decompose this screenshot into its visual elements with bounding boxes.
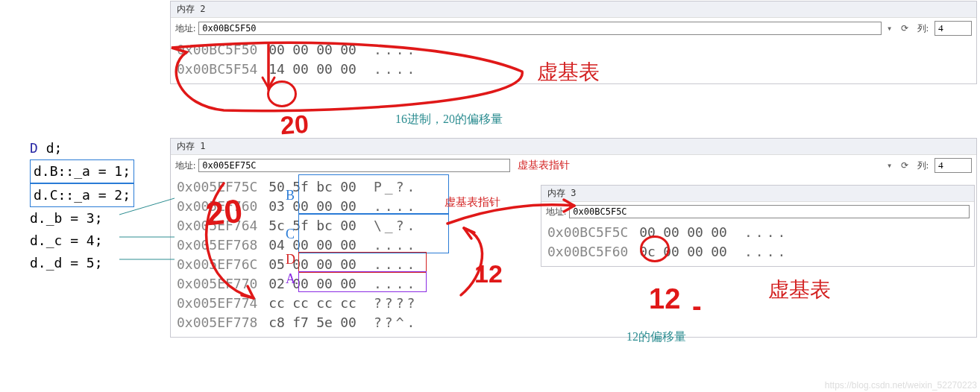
memory-3-addr-label: 地址: <box>546 206 566 218</box>
hex-bytes: 00 00 00 00 <box>635 223 731 242</box>
annotation-off12: 12的偏移量 <box>626 329 686 345</box>
code-line: d.B::_a = 1; <box>30 159 134 183</box>
hex-byte: 00 <box>289 60 312 79</box>
refresh-icon[interactable]: ⟳ <box>898 159 911 172</box>
memory-3-body: 0x00BC5F5C 00 00 00 00 .... 0x00BC5F60 0… <box>541 221 974 266</box>
memory-2-title: 内存 2 <box>171 1 976 18</box>
dropdown-icon[interactable]: ▾ <box>885 160 895 171</box>
hex-ascii: .... <box>374 60 418 79</box>
hex-byte: cc <box>289 294 312 313</box>
hex-byte: 00 <box>312 255 336 274</box>
hex-byte: 00 <box>683 242 707 262</box>
hand-20-top: 20 <box>280 110 310 141</box>
hex-byte: 00 <box>336 274 360 294</box>
hex-addr: 0x00BC5F60 <box>547 242 635 262</box>
hex-addr: 0x00BC5F5C <box>547 223 635 242</box>
dropdown-icon[interactable]: ▾ <box>885 23 895 34</box>
memory-1-col-input[interactable] <box>935 158 972 173</box>
hex-byte: 00 <box>336 313 360 332</box>
hex-byte: 00 <box>265 40 289 60</box>
hand-dash: - <box>692 291 702 323</box>
inline-annotation: 虚基表指针 <box>513 159 574 172</box>
memory-3-address-row: 地址: <box>541 202 974 221</box>
label-A: A <box>286 271 295 287</box>
label-D: D <box>286 252 295 268</box>
label-B: B <box>286 188 295 203</box>
hex-byte: 00 <box>312 40 336 60</box>
memory-3-panel: 内存 3 地址: 0x00BC5F5C 00 00 00 00 .... 0x0… <box>541 185 975 267</box>
hex-addr: 0x005EF768 <box>177 235 265 255</box>
hex-byte: 5e <box>312 313 336 332</box>
hex-ascii: .... <box>744 223 788 242</box>
hex-byte: 00 <box>336 197 360 216</box>
circle-14 <box>267 80 297 107</box>
code-line: D d; <box>30 137 134 159</box>
hex-byte: 00 <box>312 60 336 79</box>
memory-2-col-input[interactable] <box>935 21 972 36</box>
hex-bytes: 05000000 <box>265 255 360 274</box>
memory-1-col-label: 列: <box>914 159 932 172</box>
hex-addr: 0x005EF778 <box>177 313 265 332</box>
memory-1-address-row: 地址: 虚基表指针 ▾ ⟳ 列: <box>171 155 976 176</box>
memory-1-row: 0x005EF778c8f75e00??^. <box>177 313 970 332</box>
hex-addr: 0x00BC5F54 <box>177 60 265 79</box>
memory-2-addr-label: 地址: <box>175 22 195 35</box>
memory-1-addr-input[interactable] <box>198 159 510 172</box>
memory-1-addr-label: 地址: <box>175 159 195 172</box>
hex-byte: 00 <box>336 40 360 60</box>
hex-byte: 00 <box>336 177 360 197</box>
memory-3-row: 0x00BC5F60 0c 00 00 00 .... <box>547 242 968 262</box>
code-line: d.C::_a = 2; <box>30 183 134 207</box>
hex-ascii: .... <box>374 274 418 294</box>
memory-3-addr-input[interactable] <box>569 205 970 218</box>
hand-12-right: 12 <box>649 283 680 315</box>
memory-2-row: 0x00BC5F50 00 00 00 00 .... <box>177 40 970 60</box>
hex-byte: 0c <box>635 242 659 262</box>
hex-bytes: 14 00 00 00 <box>265 60 360 79</box>
hex-byte: 00 <box>683 223 707 242</box>
watermark: https://blog.csdn.net/weixin_52270223 <box>825 380 977 391</box>
hex-bytes: 505fbc00 <box>265 177 360 197</box>
memory-1-row: 0x005EF77002000000.... <box>177 274 970 294</box>
hex-byte: 00 <box>336 235 360 255</box>
hex-addr: 0x005EF770 <box>177 274 265 294</box>
hex-byte: bc <box>312 216 336 235</box>
hand-20-mid: 20 <box>204 192 245 233</box>
hex-bytes: 00 00 00 00 <box>265 40 360 60</box>
hex-bytes: 5c5fbc00 <box>265 216 360 235</box>
annotation-vbt-top: 虚基表 <box>537 58 600 86</box>
hex-byte: 00 <box>336 216 360 235</box>
label-C: C <box>286 227 295 242</box>
hex-ascii: ???? <box>374 294 418 313</box>
refresh-icon[interactable]: ⟳ <box>898 22 911 35</box>
hex-byte: 00 <box>659 223 683 242</box>
hex-byte: 00 <box>312 197 336 216</box>
hex-bytes: c8f75e00 <box>265 313 360 332</box>
memory-1-title: 内存 1 <box>171 139 976 155</box>
hex-byte: 00 <box>707 242 731 262</box>
hex-addr: 0x005EF774 <box>177 294 265 313</box>
hex-ascii: .... <box>374 197 418 216</box>
hex-byte: 00 <box>707 223 731 242</box>
hex-byte: 00 <box>635 223 659 242</box>
annotation-hex20: 16进制，20的偏移量 <box>395 112 503 127</box>
memory-1-row: 0x005EF774cccccccc???? <box>177 294 970 313</box>
hex-byte: 14 <box>265 60 289 79</box>
code-line: d._d = 5; <box>30 252 134 274</box>
hex-addr: 0x00BC5F50 <box>177 40 265 60</box>
hex-bytes: 03000000 <box>265 197 360 216</box>
annotation-vbt-right: 虚基表 <box>768 276 831 304</box>
hex-ascii: \_?. <box>374 216 418 235</box>
hex-byte: 00 <box>336 255 360 274</box>
memory-2-col-label: 列: <box>914 22 932 35</box>
code-line: d._b = 3; <box>30 207 134 230</box>
hex-bytes: 04000000 <box>265 235 360 255</box>
hand-12-mid: 12 <box>474 259 503 288</box>
hex-byte: c8 <box>265 313 289 332</box>
hex-addr: 0x005EF76C <box>177 255 265 274</box>
hex-byte: cc <box>336 294 360 313</box>
memory-3-title: 内存 3 <box>541 186 974 202</box>
memory-2-addr-input[interactable] <box>198 22 881 35</box>
hex-ascii: .... <box>744 242 788 262</box>
hex-ascii: .... <box>374 255 418 274</box>
